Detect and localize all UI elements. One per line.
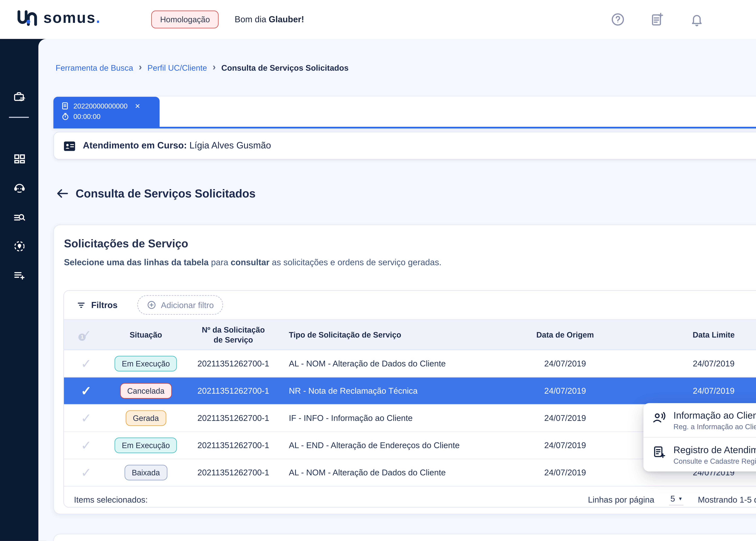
column-header: Tipo de Solicitação de Serviço <box>283 329 483 339</box>
request-number: 20211351262700-1 <box>183 440 283 450</box>
stopwatch-icon <box>61 112 70 121</box>
selected-items-label: Items selecionados: <box>74 495 148 504</box>
brand-mark-icon <box>17 10 39 26</box>
breadcrumb: Ferramenta de Busca›Perfil UC/Cliente›Co… <box>56 62 349 74</box>
request-type: AL - NOM - Alteração de Dados do Cliente <box>283 468 483 478</box>
pagination-range: Mostrando 1-5 de 10 <box>698 495 756 504</box>
menu-item-title: Informação ao Cliente <box>673 409 756 422</box>
search-list-icon[interactable] <box>13 211 26 224</box>
status-badge: Cancelada <box>120 383 172 399</box>
table-row[interactable]: ✓Em Execução20211351262700-1AL - NOM - A… <box>64 350 756 377</box>
attendance-bar[interactable]: Atendimento em Curso: Lígia Alves Gusmão <box>53 132 756 160</box>
breadcrumb-item[interactable]: Perfil UC/Cliente <box>147 63 207 72</box>
row-check-icon[interactable]: ✓ <box>81 468 92 478</box>
request-type: IF - INFO - Informação ao Cliente <box>283 413 483 423</box>
column-header: Situação <box>109 329 183 339</box>
doc-add-icon <box>652 445 666 459</box>
menu-item-subtitle: Reg. a Informação ao Cliente sobre a SS/… <box>673 422 756 431</box>
session-tab[interactable]: 20220000000000 ✕ 00:00:00 <box>53 97 159 127</box>
menu-item[interactable]: Registro de AtendimentoConsulte e Cadast… <box>643 437 756 472</box>
status-badge: Em Execução <box>115 437 177 453</box>
rows-per-page-select[interactable]: 5 ▾ <box>669 493 683 505</box>
filter-bar: Filtros Adicionar filtro <box>64 291 756 319</box>
app-header: somus. Homologação Bom dia Glauber! <box>0 0 756 39</box>
origin-date: 24/07/2019 <box>483 468 647 478</box>
request-number: 20211351262700-1 <box>183 386 283 396</box>
row-check-icon[interactable]: ✓ <box>81 413 92 423</box>
status-badge: Gerada <box>126 410 166 426</box>
session-tab-bar: 20220000000000 ✕ 00:00:00 <box>53 97 756 128</box>
menu-item-title: Registro de Atendimento <box>673 444 756 457</box>
document-icon <box>61 102 70 110</box>
arrow-left-icon <box>56 187 69 200</box>
card-title: Solicitações de Serviço <box>64 238 188 250</box>
origin-date: 24/07/2019 <box>483 413 647 423</box>
note-add-icon[interactable] <box>649 12 664 27</box>
request-number: 20211351262700-1 <box>183 358 283 368</box>
menu-item[interactable]: Informação ao ClienteReg. a Informação a… <box>643 403 756 437</box>
environment-badge: Homologação <box>151 11 219 28</box>
request-number: 20211351262700-1 <box>183 468 283 478</box>
request-type: AL - END - Alteração de Endereços do Cli… <box>283 440 483 450</box>
breadcrumb-separator-icon: › <box>139 62 142 73</box>
column-header: Data de Origem <box>483 329 647 339</box>
caret-down-icon: ▾ <box>679 495 682 501</box>
bell-icon[interactable] <box>690 12 704 27</box>
page-title: Consulta de Serviços Solicitados <box>76 187 256 200</box>
filter-icon <box>76 300 86 310</box>
next-card-peek <box>53 534 756 541</box>
select-all-check-icon[interactable]: ✓1 <box>81 329 92 339</box>
record-voice-over-icon <box>652 411 666 425</box>
table-footer: Items selecionados: Linhas por página 5 … <box>64 486 756 508</box>
origin-date: 24/07/2019 <box>483 358 647 368</box>
sidebar-divider <box>9 117 29 118</box>
card-subtitle: Selecione uma das linhas da tabela para … <box>64 258 441 268</box>
session-timer: 00:00:00 <box>73 113 101 120</box>
dashboard-icon[interactable] <box>13 153 26 165</box>
column-header: Data Limite <box>647 329 756 339</box>
breadcrumb-item: Consulta de Serviços Solicitados <box>221 63 349 72</box>
breadcrumb-separator-icon: › <box>213 62 216 73</box>
brand-logo: somus. <box>17 9 101 27</box>
attendance-text: Atendimento em Curso: Lígia Alves Gusmão <box>83 140 271 151</box>
contact-card-icon <box>63 140 76 153</box>
plus-circle-icon <box>147 300 156 310</box>
origin-date: 24/07/2019 <box>483 440 647 450</box>
column-header: Nº da Solicitação de Serviço <box>183 324 283 344</box>
origin-date: 24/07/2019 <box>483 386 647 396</box>
close-icon[interactable]: ✕ <box>135 102 140 110</box>
brand-name: somus. <box>43 9 101 27</box>
attendance-customer-name: Lígia Alves Gusmão <box>189 140 271 150</box>
status-badge: Em Execução <box>115 356 177 371</box>
filters-label: Filtros <box>76 300 118 310</box>
briefcase-sync-icon[interactable] <box>13 91 26 104</box>
support-agent-icon[interactable] <box>13 182 26 194</box>
limit-date: 24/07/2019 <box>647 386 756 396</box>
table-container: Filtros Adicionar filtro ✓1SituaçãoNº da… <box>63 290 756 508</box>
row-actions-menu: Informação ao ClienteReg. a Informação a… <box>643 403 756 471</box>
row-check-icon[interactable]: ✓ <box>81 440 92 450</box>
row-check-icon[interactable]: ✓ <box>81 358 92 368</box>
menu-item-subtitle: Consulte e Cadastre Registros <box>673 456 756 466</box>
request-type: NR - Nota de Reclamação Técnica <box>283 386 483 396</box>
greeting-text: Bom dia Glauber! <box>235 15 304 25</box>
selected-count-badge: 1 <box>79 333 86 340</box>
rows-per-page-label: Linhas por página <box>588 495 654 504</box>
session-number: 20220000000000 <box>73 102 127 110</box>
request-number: 20211351262700-1 <box>183 413 283 423</box>
row-check-icon[interactable]: ✓ <box>81 386 92 396</box>
playlist-add-icon[interactable] <box>13 269 26 281</box>
request-type: AL - NOM - Alteração de Dados do Cliente <box>283 358 483 368</box>
table-row[interactable]: ✓Cancelada20211351262700-1NR - Nota de R… <box>64 377 756 404</box>
limit-date: 24/07/2019 <box>647 358 756 368</box>
column-header: ✓1 <box>64 329 109 339</box>
location-target-icon[interactable] <box>13 240 26 253</box>
brand-dot: . <box>96 9 101 26</box>
add-filter-button[interactable]: Adicionar filtro <box>137 295 223 315</box>
back-button[interactable] <box>56 187 69 200</box>
help-icon[interactable] <box>611 12 625 27</box>
status-badge: Baixada <box>125 465 167 480</box>
breadcrumb-item[interactable]: Ferramenta de Busca <box>56 63 133 72</box>
table-header-row: ✓1SituaçãoNº da Solicitação de ServiçoTi… <box>64 319 756 350</box>
